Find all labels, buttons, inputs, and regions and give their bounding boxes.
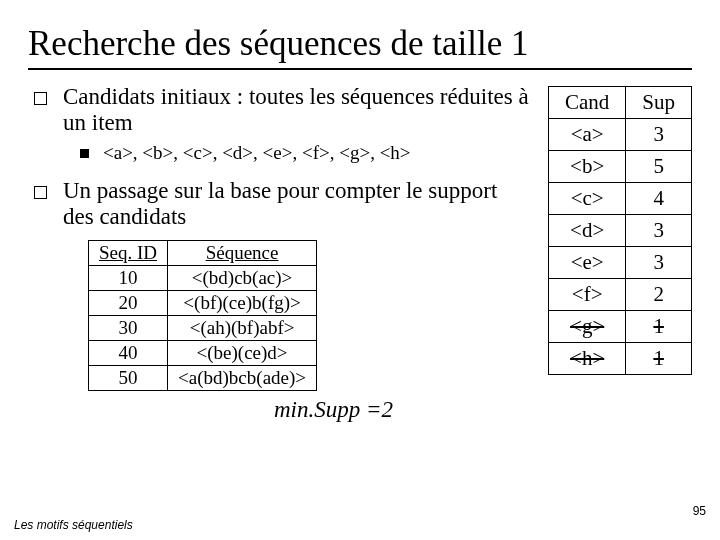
sup-cell: 1 <box>626 343 692 375</box>
seq-id-cell: 10 <box>89 266 168 291</box>
slide: Recherche des séquences de taille 1 Cand… <box>0 0 720 540</box>
cand-cell: <e> <box>548 247 625 279</box>
cand-cell: <f> <box>548 279 625 311</box>
cand-cell: <a> <box>548 119 625 151</box>
table-header-row: Cand Sup <box>548 87 691 119</box>
table-row: 30 <(ah)(bf)abf> <box>89 316 317 341</box>
sequence-cell: <a(bd)bcb(ade)> <box>168 366 317 391</box>
cand-cell: <c> <box>548 183 625 215</box>
sup-cell: 3 <box>626 247 692 279</box>
table-row: <f> 2 <box>548 279 691 311</box>
bullet-1-text: Candidats initiaux : toutes les séquence… <box>63 84 530 136</box>
sup-cell: 2 <box>626 279 692 311</box>
table-row: <b> 5 <box>548 151 691 183</box>
sup-cell: 3 <box>626 215 692 247</box>
sequence-header: Séquence <box>168 241 317 266</box>
sup-cell: 4 <box>626 183 692 215</box>
cand-header: Cand <box>548 87 625 119</box>
table-row-eliminated: <g> 1 <box>548 311 691 343</box>
candidate-table: Cand Sup <a> 3 <b> 5 <c> 4 <d> 3 <box>548 86 692 375</box>
seq-id-header: Seq. ID <box>89 241 168 266</box>
sup-header: Sup <box>626 87 692 119</box>
bullet-2-text: Un passage sur la base pour compter le s… <box>63 178 530 230</box>
right-column: Cand Sup <a> 3 <b> 5 <c> 4 <d> 3 <box>548 84 692 375</box>
seq-id-cell: 20 <box>89 291 168 316</box>
page-number: 95 <box>693 504 706 518</box>
cand-cell: <h> <box>548 343 625 375</box>
table-row-eliminated: <h> 1 <box>548 343 691 375</box>
table-row: <c> 4 <box>548 183 691 215</box>
title-rule <box>28 68 692 70</box>
sequence-table: Seq. ID Séquence 10 <(bd)cb(ac)> 20 <(bf… <box>88 240 317 391</box>
sequence-cell: <(be)(ce)d> <box>168 341 317 366</box>
table-row: 20 <(bf)(ce)b(fg)> <box>89 291 317 316</box>
sequence-cell: <(bf)(ce)b(fg)> <box>168 291 317 316</box>
bullet-1: Candidats initiaux : toutes les séquence… <box>34 84 530 136</box>
seq-id-cell: 30 <box>89 316 168 341</box>
table-row: <d> 3 <box>548 215 691 247</box>
cand-cell: <d> <box>548 215 625 247</box>
bullet-filled-square-icon <box>80 149 89 158</box>
sup-cell: 5 <box>626 151 692 183</box>
cand-cell: <b> <box>548 151 625 183</box>
slide-title: Recherche des séquences de taille 1 <box>28 24 692 64</box>
bullet-open-square-icon <box>34 186 47 199</box>
sup-cell: 3 <box>626 119 692 151</box>
bullet-1-sub: <a>, <b>, <c>, <d>, <e>, <f>, <g>, <h> <box>80 142 530 164</box>
footer-text: Les motifs séquentiels <box>14 518 133 532</box>
bullet-open-square-icon <box>34 92 47 105</box>
table-row: 40 <(be)(ce)d> <box>89 341 317 366</box>
table-header-row: Seq. ID Séquence <box>89 241 317 266</box>
sequence-cell: <(ah)(bf)abf> <box>168 316 317 341</box>
sup-cell: 1 <box>626 311 692 343</box>
cand-cell: <g> <box>548 311 625 343</box>
seq-id-cell: 50 <box>89 366 168 391</box>
table-row: 10 <(bd)cb(ac)> <box>89 266 317 291</box>
seq-id-cell: 40 <box>89 341 168 366</box>
min-supp-label: min.Supp =2 <box>274 397 530 423</box>
sequence-cell: <(bd)cb(ac)> <box>168 266 317 291</box>
table-row: <e> 3 <box>548 247 691 279</box>
bullet-1-sub-text: <a>, <b>, <c>, <d>, <e>, <f>, <g>, <h> <box>103 142 411 164</box>
left-column: Candidats initiaux : toutes les séquence… <box>28 84 530 423</box>
table-row: 50 <a(bd)bcb(ade)> <box>89 366 317 391</box>
content-row: Candidats initiaux : toutes les séquence… <box>28 84 692 423</box>
bullet-2: Un passage sur la base pour compter le s… <box>34 178 530 230</box>
table-row: <a> 3 <box>548 119 691 151</box>
